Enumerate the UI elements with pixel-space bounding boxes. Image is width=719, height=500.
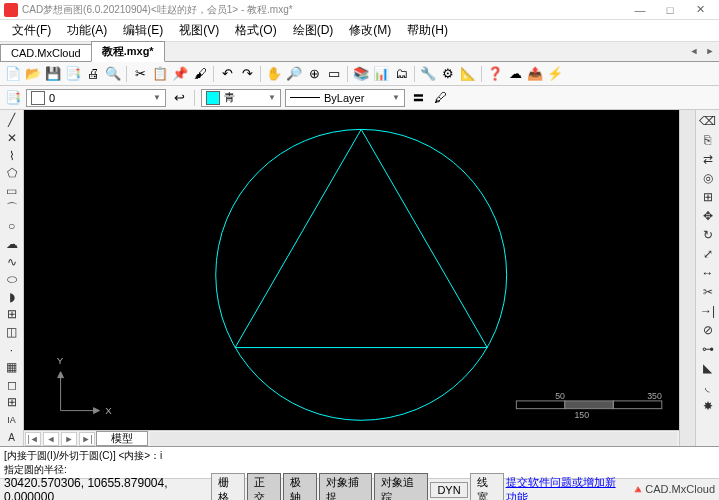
move-tool-icon[interactable]: ✥ [698,207,718,225]
open-icon[interactable]: 📂 [24,65,42,83]
ellipsearc-tool-icon[interactable]: ◗ [2,288,22,305]
rect-tool-icon[interactable]: ▭ [2,182,22,199]
mirror-tool-icon[interactable]: ⇄ [698,150,718,168]
export-icon[interactable]: 📤 [526,65,544,83]
separator [414,66,415,82]
settings-icon[interactable]: ⚡ [546,65,564,83]
print-icon[interactable]: 🖨 [84,65,102,83]
menu-modify[interactable]: 修改(M) [341,20,399,41]
erase-tool-icon[interactable]: ⌫ [698,112,718,130]
line-tool-icon[interactable]: ╱ [2,112,22,129]
point-tool-icon[interactable]: · [2,341,22,358]
copy-icon[interactable]: 📋 [151,65,169,83]
color-combo[interactable]: 青 ▼ [201,89,281,107]
layer-prev-icon[interactable]: ↩ [170,89,188,107]
pline-tool-icon[interactable]: ⌇ [2,147,22,164]
array-tool-icon[interactable]: ⊞ [698,188,718,206]
maximize-button[interactable]: □ [655,1,685,19]
tab-tutorial[interactable]: 教程.mxg* [91,41,165,62]
insert-tool-icon[interactable]: ⊞ [2,306,22,323]
save-icon[interactable]: 💾 [44,65,62,83]
hscrollbar[interactable] [150,432,677,446]
polar-toggle[interactable]: 极轴 [283,473,317,501]
copy-tool-icon[interactable]: ⎘ [698,131,718,149]
props-icon[interactable]: 📊 [372,65,390,83]
table-tool-icon[interactable]: ⊞ [2,394,22,411]
saveas-icon[interactable]: 📑 [64,65,82,83]
menu-format[interactable]: 格式(O) [227,20,284,41]
cut-icon[interactable]: ✂ [131,65,149,83]
revcloud-tool-icon[interactable]: ☁ [2,236,22,253]
help-icon[interactable]: ❓ [486,65,504,83]
explode-tool-icon[interactable]: ✸ [698,397,718,415]
tab-first-icon[interactable]: |◄ [25,432,41,446]
tool-b-icon[interactable]: ⚙ [439,65,457,83]
stretch-tool-icon[interactable]: ↔ [698,264,718,282]
layers-icon[interactable]: 📚 [352,65,370,83]
menu-file[interactable]: 文件(F) [4,20,59,41]
join-tool-icon[interactable]: ⊶ [698,340,718,358]
layer-props-icon[interactable]: 📑 [4,89,22,107]
tab-prev-icon[interactable]: ◄ [687,44,701,58]
preview-icon[interactable]: 🔍 [104,65,122,83]
arc-tool-icon[interactable]: ⌒ [2,200,22,217]
extend-tool-icon[interactable]: →| [698,302,718,320]
tab-next-icon[interactable]: ► [703,44,717,58]
dyn-toggle[interactable]: DYN [430,482,467,498]
scale-tool-icon[interactable]: ⤢ [698,245,718,263]
tab-mxcloud[interactable]: CAD.MxCloud [0,44,92,61]
hatch-tool-icon[interactable]: ▦ [2,359,22,376]
drawing-canvas[interactable]: X Y 50 150 350 [24,110,679,430]
region-tool-icon[interactable]: ◻ [2,377,22,394]
circle-tool-icon[interactable]: ○ [2,218,22,235]
zoom-icon[interactable]: 🔎 [285,65,303,83]
zoomext-icon[interactable]: ⊕ [305,65,323,83]
ellipse-tool-icon[interactable]: ⬭ [2,271,22,288]
lineweight-icon[interactable]: 〓 [409,89,427,107]
grid-toggle[interactable]: 栅格 [211,473,245,501]
brush-icon[interactable]: 🖊 [431,89,449,107]
tab-next-icon[interactable]: ► [61,432,77,446]
close-button[interactable]: ✕ [685,1,715,19]
menu-view[interactable]: 视图(V) [171,20,227,41]
new-icon[interactable]: 📄 [4,65,22,83]
cloud-icon[interactable]: ☁ [506,65,524,83]
zoomwin-icon[interactable]: ▭ [325,65,343,83]
rotate-tool-icon[interactable]: ↻ [698,226,718,244]
text-tool-icon[interactable]: IA [2,412,22,429]
feedback-link[interactable]: 提交软件问题或增加新功能 [506,475,626,501]
model-tab[interactable]: 模型 [96,431,148,446]
fillet-tool-icon[interactable]: ◟ [698,378,718,396]
tool-a-icon[interactable]: 🔧 [419,65,437,83]
menu-func[interactable]: 功能(A) [59,20,115,41]
undo-icon[interactable]: ↶ [218,65,236,83]
redo-icon[interactable]: ↷ [238,65,256,83]
tab-prev-icon[interactable]: ◄ [43,432,59,446]
menu-edit[interactable]: 编辑(E) [115,20,171,41]
design-icon[interactable]: 🗂 [392,65,410,83]
break-tool-icon[interactable]: ⊘ [698,321,718,339]
offset-tool-icon[interactable]: ◎ [698,169,718,187]
lwt-toggle[interactable]: 线宽 [470,473,504,501]
spline-tool-icon[interactable]: ∿ [2,253,22,270]
osnap-toggle[interactable]: 对象捕捉 [319,473,373,501]
xline-tool-icon[interactable]: ✕ [2,130,22,147]
paste-icon[interactable]: 📌 [171,65,189,83]
vscrollbar[interactable] [679,110,695,446]
match-icon[interactable]: 🖌 [191,65,209,83]
linetype-combo[interactable]: ByLayer ▼ [285,89,405,107]
chamfer-tool-icon[interactable]: ◣ [698,359,718,377]
otrack-toggle[interactable]: 对象追踪 [374,473,428,501]
tool-c-icon[interactable]: 📐 [459,65,477,83]
ortho-toggle[interactable]: 正交 [247,473,281,501]
trim-tool-icon[interactable]: ✂ [698,283,718,301]
tab-last-icon[interactable]: ►| [79,432,95,446]
block-tool-icon[interactable]: ◫ [2,324,22,341]
polygon-tool-icon[interactable]: ⬠ [2,165,22,182]
menu-help[interactable]: 帮助(H) [399,20,456,41]
menu-draw[interactable]: 绘图(D) [285,20,342,41]
minimize-button[interactable]: — [625,1,655,19]
mtext-tool-icon[interactable]: A [2,429,22,446]
pan-icon[interactable]: ✋ [265,65,283,83]
layer-combo[interactable]: 0 ▼ [26,89,166,107]
